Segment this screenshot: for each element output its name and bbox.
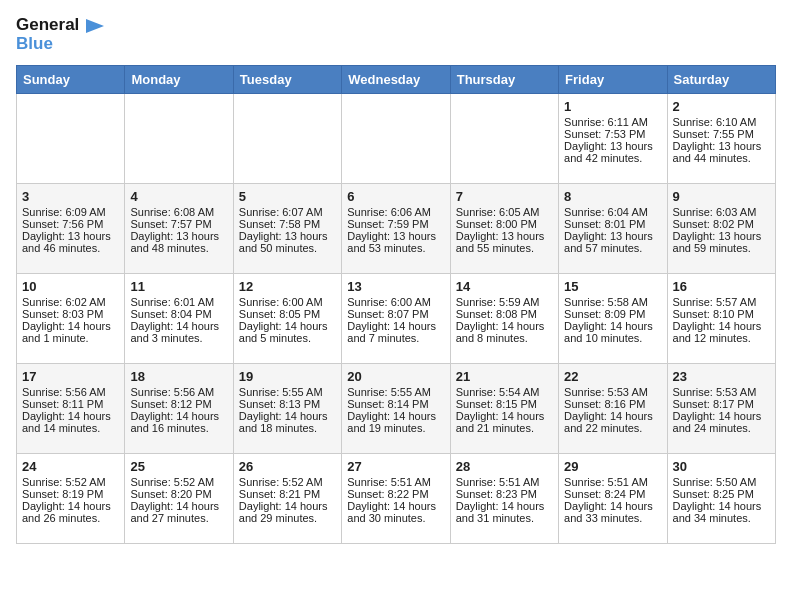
page-header: General Blue: [16, 16, 776, 53]
day-number: 2: [673, 99, 770, 114]
day-info: and 57 minutes.: [564, 242, 661, 254]
day-of-week-header: Thursday: [450, 66, 558, 94]
day-info: and 10 minutes.: [564, 332, 661, 344]
calendar-cell: 3Sunrise: 6:09 AMSunset: 7:56 PMDaylight…: [17, 184, 125, 274]
day-info: Sunrise: 6:04 AM: [564, 206, 661, 218]
calendar-cell: [17, 94, 125, 184]
calendar-cell: 6Sunrise: 6:06 AMSunset: 7:59 PMDaylight…: [342, 184, 450, 274]
day-info: Sunset: 8:00 PM: [456, 218, 553, 230]
day-info: and 34 minutes.: [673, 512, 770, 524]
calendar-cell: [233, 94, 341, 184]
day-info: Daylight: 14 hours: [564, 320, 661, 332]
day-number: 8: [564, 189, 661, 204]
day-info: Daylight: 13 hours: [456, 230, 553, 242]
day-info: and 30 minutes.: [347, 512, 444, 524]
calendar-cell: 16Sunrise: 5:57 AMSunset: 8:10 PMDayligh…: [667, 274, 775, 364]
day-number: 4: [130, 189, 227, 204]
day-info: Sunset: 8:09 PM: [564, 308, 661, 320]
day-info: Sunrise: 6:10 AM: [673, 116, 770, 128]
calendar-cell: 14Sunrise: 5:59 AMSunset: 8:08 PMDayligh…: [450, 274, 558, 364]
day-number: 22: [564, 369, 661, 384]
day-info: Daylight: 14 hours: [239, 320, 336, 332]
logo: General Blue: [16, 16, 104, 53]
day-number: 30: [673, 459, 770, 474]
day-info: Sunset: 8:07 PM: [347, 308, 444, 320]
calendar-cell: 26Sunrise: 5:52 AMSunset: 8:21 PMDayligh…: [233, 454, 341, 544]
day-info: Sunset: 8:10 PM: [673, 308, 770, 320]
day-info: Sunrise: 6:09 AM: [22, 206, 119, 218]
calendar-cell: 9Sunrise: 6:03 AMSunset: 8:02 PMDaylight…: [667, 184, 775, 274]
calendar-cell: 23Sunrise: 5:53 AMSunset: 8:17 PMDayligh…: [667, 364, 775, 454]
calendar-cell: 4Sunrise: 6:08 AMSunset: 7:57 PMDaylight…: [125, 184, 233, 274]
day-info: Daylight: 14 hours: [347, 320, 444, 332]
day-of-week-header: Wednesday: [342, 66, 450, 94]
day-number: 26: [239, 459, 336, 474]
calendar-cell: 13Sunrise: 6:00 AMSunset: 8:07 PMDayligh…: [342, 274, 450, 364]
day-info: Daylight: 14 hours: [673, 320, 770, 332]
day-number: 11: [130, 279, 227, 294]
calendar-cell: [342, 94, 450, 184]
calendar-cell: [125, 94, 233, 184]
calendar-cell: 18Sunrise: 5:56 AMSunset: 8:12 PMDayligh…: [125, 364, 233, 454]
calendar-cell: 11Sunrise: 6:01 AMSunset: 8:04 PMDayligh…: [125, 274, 233, 364]
day-info: Sunset: 8:08 PM: [456, 308, 553, 320]
day-info: Sunrise: 6:02 AM: [22, 296, 119, 308]
day-info: Daylight: 13 hours: [673, 230, 770, 242]
day-of-week-header: Sunday: [17, 66, 125, 94]
calendar-cell: 20Sunrise: 5:55 AMSunset: 8:14 PMDayligh…: [342, 364, 450, 454]
day-info: Sunrise: 6:00 AM: [347, 296, 444, 308]
day-info: Sunrise: 5:55 AM: [239, 386, 336, 398]
day-info: Sunset: 8:16 PM: [564, 398, 661, 410]
day-info: Daylight: 14 hours: [456, 500, 553, 512]
day-info: and 31 minutes.: [456, 512, 553, 524]
day-number: 9: [673, 189, 770, 204]
day-info: and 55 minutes.: [456, 242, 553, 254]
day-number: 20: [347, 369, 444, 384]
day-info: and 50 minutes.: [239, 242, 336, 254]
day-info: Sunset: 8:22 PM: [347, 488, 444, 500]
day-info: and 3 minutes.: [130, 332, 227, 344]
day-info: Sunset: 8:12 PM: [130, 398, 227, 410]
day-info: Daylight: 14 hours: [347, 500, 444, 512]
day-info: Daylight: 13 hours: [564, 230, 661, 242]
day-info: Sunrise: 5:52 AM: [130, 476, 227, 488]
day-number: 7: [456, 189, 553, 204]
day-info: and 46 minutes.: [22, 242, 119, 254]
day-info: Sunset: 8:13 PM: [239, 398, 336, 410]
day-info: and 14 minutes.: [22, 422, 119, 434]
calendar-cell: 21Sunrise: 5:54 AMSunset: 8:15 PMDayligh…: [450, 364, 558, 454]
day-info: Sunrise: 5:55 AM: [347, 386, 444, 398]
calendar-cell: 7Sunrise: 6:05 AMSunset: 8:00 PMDaylight…: [450, 184, 558, 274]
day-info: Sunrise: 5:53 AM: [564, 386, 661, 398]
day-info: Daylight: 14 hours: [130, 500, 227, 512]
calendar-cell: 1Sunrise: 6:11 AMSunset: 7:53 PMDaylight…: [559, 94, 667, 184]
day-info: and 26 minutes.: [22, 512, 119, 524]
day-info: Sunrise: 6:05 AM: [456, 206, 553, 218]
day-number: 1: [564, 99, 661, 114]
day-info: Sunset: 8:20 PM: [130, 488, 227, 500]
day-number: 3: [22, 189, 119, 204]
day-info: Daylight: 13 hours: [347, 230, 444, 242]
day-info: and 22 minutes.: [564, 422, 661, 434]
day-info: and 53 minutes.: [347, 242, 444, 254]
day-info: Daylight: 14 hours: [347, 410, 444, 422]
day-number: 17: [22, 369, 119, 384]
day-info: Sunrise: 5:51 AM: [347, 476, 444, 488]
calendar-week-row: 3Sunrise: 6:09 AMSunset: 7:56 PMDaylight…: [17, 184, 776, 274]
day-info: and 42 minutes.: [564, 152, 661, 164]
day-info: Sunrise: 6:06 AM: [347, 206, 444, 218]
calendar-cell: 30Sunrise: 5:50 AMSunset: 8:25 PMDayligh…: [667, 454, 775, 544]
calendar-table: SundayMondayTuesdayWednesdayThursdayFrid…: [16, 65, 776, 544]
calendar-header: SundayMondayTuesdayWednesdayThursdayFrid…: [17, 66, 776, 94]
day-info: Sunset: 8:19 PM: [22, 488, 119, 500]
day-number: 27: [347, 459, 444, 474]
logo: General Blue: [16, 16, 104, 53]
day-number: 23: [673, 369, 770, 384]
calendar-cell: 15Sunrise: 5:58 AMSunset: 8:09 PMDayligh…: [559, 274, 667, 364]
day-of-week-header: Monday: [125, 66, 233, 94]
day-info: Daylight: 13 hours: [130, 230, 227, 242]
calendar-cell: 19Sunrise: 5:55 AMSunset: 8:13 PMDayligh…: [233, 364, 341, 454]
day-info: Daylight: 14 hours: [130, 410, 227, 422]
day-number: 10: [22, 279, 119, 294]
day-info: Sunset: 8:02 PM: [673, 218, 770, 230]
